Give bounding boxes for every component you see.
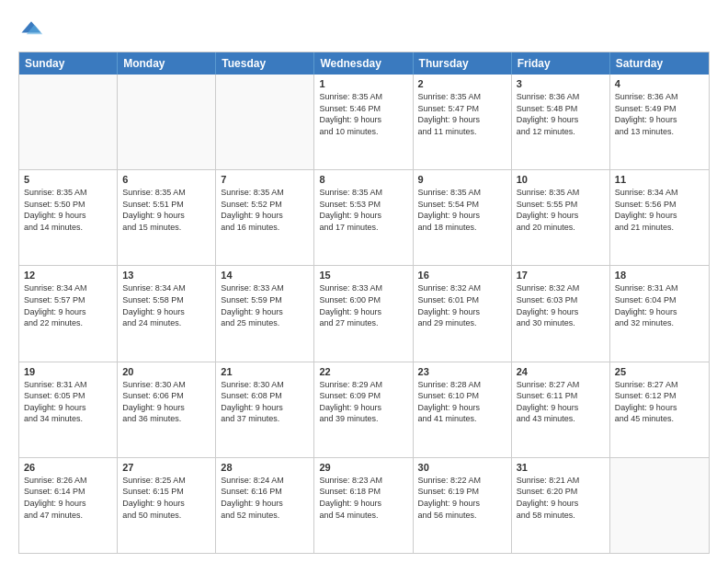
cell-day-number: 17 (517, 270, 605, 281)
cell-day-number: 26 (24, 462, 112, 473)
cell-day-number: 21 (221, 366, 309, 377)
calendar-cell: 25Sunrise: 8:27 AM Sunset: 6:12 PM Dayli… (610, 362, 709, 457)
cell-day-number: 15 (319, 270, 407, 281)
cell-day-number: 12 (24, 270, 112, 281)
calendar-cell: 2Sunrise: 8:35 AM Sunset: 5:47 PM Daylig… (414, 75, 512, 169)
calendar-cell: 24Sunrise: 8:27 AM Sunset: 6:11 PM Dayli… (512, 362, 610, 457)
weekday-header: Thursday (414, 52, 512, 75)
calendar-cell: 12Sunrise: 8:34 AM Sunset: 5:57 PM Dayli… (19, 266, 118, 361)
calendar-cell: 14Sunrise: 8:33 AM Sunset: 5:59 PM Dayli… (216, 266, 314, 361)
calendar-row: 26Sunrise: 8:26 AM Sunset: 6:14 PM Dayli… (19, 458, 709, 553)
cell-info: Sunrise: 8:32 AM Sunset: 6:01 PM Dayligh… (418, 282, 506, 328)
calendar-cell: 4Sunrise: 8:36 AM Sunset: 5:49 PM Daylig… (610, 75, 709, 169)
cell-day-number: 4 (615, 78, 704, 89)
calendar-cell: 21Sunrise: 8:30 AM Sunset: 6:08 PM Dayli… (216, 362, 314, 457)
cell-info: Sunrise: 8:31 AM Sunset: 6:05 PM Dayligh… (24, 379, 112, 425)
cell-info: Sunrise: 8:35 AM Sunset: 5:51 PM Dayligh… (122, 187, 210, 233)
cell-info: Sunrise: 8:35 AM Sunset: 5:50 PM Dayligh… (24, 187, 112, 233)
cell-info: Sunrise: 8:24 AM Sunset: 6:16 PM Dayligh… (221, 475, 309, 521)
calendar-cell: 3Sunrise: 8:36 AM Sunset: 5:48 PM Daylig… (512, 75, 610, 169)
calendar-row: 19Sunrise: 8:31 AM Sunset: 6:05 PM Dayli… (19, 362, 709, 458)
cell-info: Sunrise: 8:28 AM Sunset: 6:10 PM Dayligh… (418, 379, 506, 425)
calendar-cell: 22Sunrise: 8:29 AM Sunset: 6:09 PM Dayli… (314, 362, 413, 457)
cell-day-number: 6 (122, 174, 210, 185)
calendar-cell: 7Sunrise: 8:35 AM Sunset: 5:52 PM Daylig… (216, 170, 314, 265)
calendar-row: 1Sunrise: 8:35 AM Sunset: 5:46 PM Daylig… (19, 75, 709, 170)
cell-info: Sunrise: 8:22 AM Sunset: 6:19 PM Dayligh… (418, 475, 506, 521)
calendar-cell: 9Sunrise: 8:35 AM Sunset: 5:54 PM Daylig… (414, 170, 512, 265)
calendar-row: 5Sunrise: 8:35 AM Sunset: 5:50 PM Daylig… (19, 170, 709, 266)
cell-info: Sunrise: 8:29 AM Sunset: 6:09 PM Dayligh… (319, 379, 407, 425)
cell-info: Sunrise: 8:35 AM Sunset: 5:52 PM Dayligh… (221, 187, 309, 233)
weekday-header: Saturday (610, 52, 709, 75)
calendar-cell (216, 75, 314, 169)
weekday-header: Monday (118, 52, 216, 75)
calendar-header: SundayMondayTuesdayWednesdayThursdayFrid… (19, 52, 709, 75)
calendar-cell: 30Sunrise: 8:22 AM Sunset: 6:19 PM Dayli… (414, 458, 512, 553)
cell-info: Sunrise: 8:35 AM Sunset: 5:54 PM Dayligh… (418, 187, 506, 233)
cell-info: Sunrise: 8:36 AM Sunset: 5:49 PM Dayligh… (615, 91, 704, 137)
calendar-cell: 27Sunrise: 8:25 AM Sunset: 6:15 PM Dayli… (118, 458, 216, 553)
calendar-cell (610, 458, 709, 553)
cell-day-number: 27 (122, 462, 210, 473)
cell-info: Sunrise: 8:36 AM Sunset: 5:48 PM Dayligh… (517, 91, 605, 137)
weekday-header: Friday (512, 52, 610, 75)
cell-day-number: 5 (24, 174, 112, 185)
calendar-cell (19, 75, 118, 169)
calendar-cell: 19Sunrise: 8:31 AM Sunset: 6:05 PM Dayli… (19, 362, 118, 457)
cell-day-number: 13 (122, 270, 210, 281)
calendar-cell: 28Sunrise: 8:24 AM Sunset: 6:16 PM Dayli… (216, 458, 314, 553)
cell-day-number: 31 (517, 462, 605, 473)
cell-info: Sunrise: 8:34 AM Sunset: 5:57 PM Dayligh… (24, 282, 112, 328)
calendar-cell (118, 75, 216, 169)
calendar-cell: 11Sunrise: 8:34 AM Sunset: 5:56 PM Dayli… (610, 170, 709, 265)
page: SundayMondayTuesdayWednesdayThursdayFrid… (0, 0, 728, 563)
calendar-cell: 20Sunrise: 8:30 AM Sunset: 6:06 PM Dayli… (118, 362, 216, 457)
calendar-cell: 1Sunrise: 8:35 AM Sunset: 5:46 PM Daylig… (314, 75, 413, 169)
cell-day-number: 24 (517, 366, 605, 377)
cell-day-number: 9 (418, 174, 506, 185)
calendar-cell: 8Sunrise: 8:35 AM Sunset: 5:53 PM Daylig… (314, 170, 413, 265)
cell-info: Sunrise: 8:26 AM Sunset: 6:14 PM Dayligh… (24, 475, 112, 521)
calendar-body: 1Sunrise: 8:35 AM Sunset: 5:46 PM Daylig… (19, 75, 709, 553)
calendar-cell: 18Sunrise: 8:31 AM Sunset: 6:04 PM Dayli… (610, 266, 709, 361)
cell-info: Sunrise: 8:33 AM Sunset: 6:00 PM Dayligh… (319, 282, 407, 328)
cell-day-number: 23 (418, 366, 506, 377)
weekday-header: Wednesday (314, 52, 413, 75)
calendar-cell: 15Sunrise: 8:33 AM Sunset: 6:00 PM Dayli… (314, 266, 413, 361)
cell-info: Sunrise: 8:27 AM Sunset: 6:11 PM Dayligh… (517, 379, 605, 425)
cell-info: Sunrise: 8:34 AM Sunset: 5:56 PM Dayligh… (615, 187, 704, 233)
cell-day-number: 7 (221, 174, 309, 185)
weekday-header: Sunday (19, 52, 118, 75)
cell-info: Sunrise: 8:34 AM Sunset: 5:58 PM Dayligh… (122, 282, 210, 328)
calendar-cell: 23Sunrise: 8:28 AM Sunset: 6:10 PM Dayli… (414, 362, 512, 457)
cell-day-number: 18 (615, 270, 704, 281)
cell-info: Sunrise: 8:33 AM Sunset: 5:59 PM Dayligh… (221, 282, 309, 328)
header (18, 17, 710, 42)
cell-info: Sunrise: 8:35 AM Sunset: 5:55 PM Dayligh… (517, 187, 605, 233)
calendar-cell: 17Sunrise: 8:32 AM Sunset: 6:03 PM Dayli… (512, 266, 610, 361)
calendar-cell: 13Sunrise: 8:34 AM Sunset: 5:58 PM Dayli… (118, 266, 216, 361)
cell-info: Sunrise: 8:25 AM Sunset: 6:15 PM Dayligh… (122, 475, 210, 521)
cell-info: Sunrise: 8:35 AM Sunset: 5:46 PM Dayligh… (319, 91, 407, 137)
calendar-row: 12Sunrise: 8:34 AM Sunset: 5:57 PM Dayli… (19, 266, 709, 362)
calendar-cell: 26Sunrise: 8:26 AM Sunset: 6:14 PM Dayli… (19, 458, 118, 553)
cell-info: Sunrise: 8:30 AM Sunset: 6:08 PM Dayligh… (221, 379, 309, 425)
cell-day-number: 30 (418, 462, 506, 473)
cell-info: Sunrise: 8:35 AM Sunset: 5:47 PM Dayligh… (418, 91, 506, 137)
calendar-cell: 16Sunrise: 8:32 AM Sunset: 6:01 PM Dayli… (414, 266, 512, 361)
calendar-cell: 6Sunrise: 8:35 AM Sunset: 5:51 PM Daylig… (118, 170, 216, 265)
calendar-cell: 5Sunrise: 8:35 AM Sunset: 5:50 PM Daylig… (19, 170, 118, 265)
cell-day-number: 16 (418, 270, 506, 281)
calendar-cell: 29Sunrise: 8:23 AM Sunset: 6:18 PM Dayli… (314, 458, 413, 553)
cell-day-number: 28 (221, 462, 309, 473)
cell-info: Sunrise: 8:31 AM Sunset: 6:04 PM Dayligh… (615, 282, 704, 328)
cell-day-number: 14 (221, 270, 309, 281)
cell-day-number: 19 (24, 366, 112, 377)
cell-info: Sunrise: 8:23 AM Sunset: 6:18 PM Dayligh… (319, 475, 407, 521)
calendar-cell: 10Sunrise: 8:35 AM Sunset: 5:55 PM Dayli… (512, 170, 610, 265)
cell-info: Sunrise: 8:32 AM Sunset: 6:03 PM Dayligh… (517, 282, 605, 328)
cell-day-number: 20 (122, 366, 210, 377)
cell-day-number: 2 (418, 78, 506, 89)
cell-day-number: 29 (319, 462, 407, 473)
